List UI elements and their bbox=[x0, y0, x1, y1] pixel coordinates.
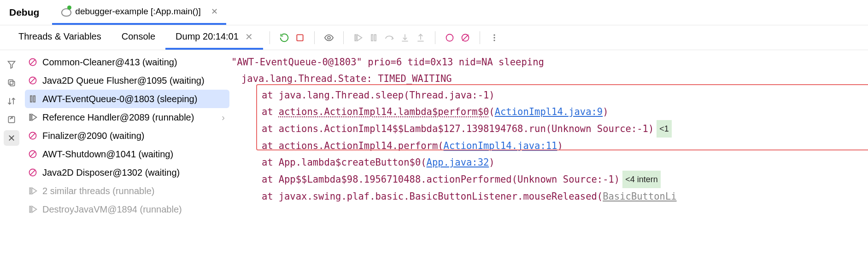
thread-item[interactable]: Java2D Queue Flusher@1095 (waiting) bbox=[25, 71, 229, 90]
at-keyword: at bbox=[262, 154, 273, 171]
stack-frame[interactable]: atactions.ActionImpl14.perform(ActionImp… bbox=[231, 138, 868, 154]
tab-label: Console bbox=[122, 31, 155, 42]
frame-location: actions.ActionImpl14$$Lambda$127.1398194… bbox=[279, 121, 654, 137]
stack-frame[interactable]: atactions.ActionImpl14$$Lambda$127.13981… bbox=[231, 120, 868, 138]
sort-icon[interactable] bbox=[4, 93, 19, 109]
svg-rect-30 bbox=[34, 96, 35, 102]
rerun-button[interactable] bbox=[276, 30, 292, 46]
thread-item[interactable]: Common-Cleaner@413 (waiting) bbox=[25, 53, 229, 71]
at-keyword: at bbox=[262, 188, 273, 205]
svg-rect-17 bbox=[10, 81, 15, 86]
tab-dump[interactable]: Dump 20:14:01 ✕ bbox=[165, 25, 263, 50]
paren: ( bbox=[489, 104, 494, 120]
svg-rect-29 bbox=[30, 96, 32, 102]
close-tab-icon[interactable]: ✕ bbox=[211, 6, 218, 17]
svg-rect-31 bbox=[29, 114, 31, 120]
thread-label: 2 similar threads (runnable) bbox=[42, 186, 154, 196]
thread-state: java.lang.Thread.State: TIMED_WAITING bbox=[231, 70, 868, 87]
separator bbox=[314, 31, 315, 44]
separator bbox=[343, 31, 344, 44]
mute-breakpoints-button[interactable] bbox=[442, 30, 457, 46]
slash-icon bbox=[28, 167, 38, 178]
step-out-button[interactable] bbox=[413, 30, 428, 46]
thread-label: Reference Handler@2089 (runnable) bbox=[42, 112, 194, 123]
svg-rect-39 bbox=[29, 188, 31, 194]
at-keyword: at bbox=[262, 87, 273, 104]
stop-button[interactable] bbox=[292, 30, 308, 46]
stack-frame[interactable]: atApp$$Lambda$98.1956710488.actionPerfor… bbox=[231, 171, 868, 188]
thread-label: AWT-Shutdown@1041 (waiting) bbox=[42, 149, 173, 160]
thread-item[interactable]: AWT-EventQueue-0@1803 (sleeping) bbox=[25, 90, 229, 108]
main-area: Common-Cleaner@413 (waiting)Java2D Queue… bbox=[0, 50, 868, 276]
thread-item[interactable]: Java2D Disposer@1302 (waiting) bbox=[25, 163, 229, 182]
source-link[interactable]: ActionImpl14.java:11 bbox=[444, 138, 557, 154]
at-keyword: at bbox=[262, 171, 273, 188]
slash-icon bbox=[28, 149, 38, 159]
bug-icon bbox=[60, 6, 70, 17]
slash-icon bbox=[28, 131, 38, 141]
disable-breakpoints-button[interactable] bbox=[457, 30, 473, 46]
tab-console[interactable]: Console bbox=[111, 25, 165, 50]
thread-item[interactable]: Finalizer@2090 (waiting) bbox=[25, 126, 229, 145]
debug-title: Debug bbox=[9, 7, 39, 18]
frame-location: java.lang.Thread.sleep bbox=[279, 87, 404, 104]
svg-point-15 bbox=[493, 40, 495, 41]
thread-item[interactable]: Reference Handler@2089 (runnable)› bbox=[25, 108, 229, 126]
svg-line-28 bbox=[30, 78, 35, 83]
thread-item[interactable]: DestroyJavaVM@1894 (runnable) bbox=[25, 200, 229, 218]
thread-label: Java2D Disposer@1302 (waiting) bbox=[42, 167, 180, 178]
copy-icon[interactable] bbox=[4, 75, 19, 91]
at-keyword: at bbox=[262, 138, 273, 154]
slash-icon bbox=[28, 57, 38, 67]
thread-item[interactable]: AWT-Shutdown@1041 (waiting) bbox=[25, 145, 229, 163]
stack-frame[interactable]: atactions.ActionImpl14.lambda$perform$0(… bbox=[231, 104, 868, 120]
separator bbox=[480, 31, 480, 44]
view-breakpoints-button[interactable] bbox=[321, 30, 337, 46]
run-config-tab-label: debugger-example [:App.main()] bbox=[75, 6, 200, 17]
close-dump-tab-icon[interactable]: ✕ bbox=[245, 31, 253, 42]
source-link[interactable]: ActionImpl14.java:9 bbox=[495, 104, 603, 120]
paren: ) bbox=[557, 138, 563, 154]
svg-line-26 bbox=[30, 59, 35, 65]
source-link[interactable]: App.java:32 bbox=[427, 154, 489, 171]
frame-location: actions.ActionImpl14.perform bbox=[279, 138, 438, 154]
svg-point-10 bbox=[446, 34, 453, 41]
pause-button[interactable] bbox=[366, 30, 381, 46]
export-icon[interactable] bbox=[4, 112, 19, 127]
more-actions-button[interactable] bbox=[487, 30, 502, 46]
svg-marker-16 bbox=[8, 61, 15, 68]
svg-rect-2 bbox=[355, 34, 356, 40]
step-over-button[interactable] bbox=[381, 30, 397, 46]
step-into-button[interactable] bbox=[397, 30, 413, 46]
paren: ( bbox=[597, 188, 603, 205]
frame-location: actions.ActionImpl14.lambda$perform$0 bbox=[279, 104, 489, 120]
source-link[interactable]: BasicButtonLi bbox=[603, 188, 676, 205]
paren: ( bbox=[421, 154, 426, 171]
filter-icon[interactable] bbox=[4, 57, 19, 72]
resume-button[interactable] bbox=[350, 30, 366, 46]
run-config-tab[interactable]: debugger-example [:App.main()] ✕ bbox=[52, 0, 226, 25]
thread-header: "AWT-EventQueue-0@1803" prio=6 tid=0x13 … bbox=[231, 54, 868, 70]
stack-frame[interactable]: atApp.lambda$createButton$0(App.java:32) bbox=[231, 154, 868, 171]
tab-threads-variables[interactable]: Threads & Variables bbox=[8, 25, 111, 50]
collapsed-frames-badge[interactable]: <1 bbox=[657, 120, 672, 138]
paren: ( bbox=[438, 138, 443, 154]
thread-list: Common-Cleaner@413 (waiting)Java2D Queue… bbox=[23, 50, 231, 276]
svg-marker-42 bbox=[32, 206, 36, 212]
thread-label: Java2D Queue Flusher@1095 (waiting) bbox=[42, 75, 205, 86]
svg-marker-40 bbox=[32, 188, 36, 194]
svg-marker-32 bbox=[32, 114, 36, 120]
stack-frame[interactable]: atjava.lang.Thread.sleep(Thread.java:-1) bbox=[231, 87, 868, 104]
stack-trace-panel: "AWT-EventQueue-0@1803" prio=6 tid=0x13 … bbox=[231, 50, 868, 276]
svg-rect-41 bbox=[29, 206, 31, 212]
svg-line-38 bbox=[30, 170, 35, 175]
svg-rect-18 bbox=[8, 80, 13, 84]
frame-location: App.lambda$createButton$0 bbox=[279, 154, 421, 171]
run-icon bbox=[28, 186, 38, 196]
collapsed-frames-badge[interactable]: <4 intern bbox=[622, 171, 661, 188]
stack-frame[interactable]: atjavax.swing.plaf.basic.BasicButtonList… bbox=[231, 188, 868, 205]
close-panel-icon[interactable] bbox=[4, 130, 19, 146]
at-keyword: at bbox=[262, 121, 273, 137]
run-icon bbox=[28, 204, 38, 214]
thread-item[interactable]: 2 similar threads (runnable) bbox=[25, 182, 229, 200]
